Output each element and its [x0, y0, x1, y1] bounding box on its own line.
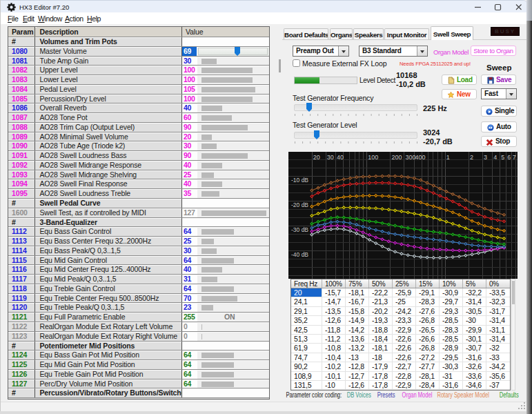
svg-text:300: 300 — [405, 154, 415, 161]
svg-text:20: 20 — [313, 154, 320, 161]
svg-text:-40 dB: -40 dB — [291, 251, 308, 258]
svg-text:400: 400 — [415, 154, 426, 161]
svg-text:40: 40 — [337, 154, 344, 161]
svg-text:1: 1 — [446, 154, 450, 161]
svg-text:5: 5 — [501, 154, 504, 161]
svg-text:4: 4 — [493, 154, 497, 161]
svg-text:3: 3 — [484, 154, 487, 161]
svg-text:200: 200 — [391, 154, 402, 161]
svg-text:7: 7 — [513, 154, 516, 161]
svg-text:-20 dB: -20 dB — [291, 201, 308, 208]
svg-text:100: 100 — [368, 154, 378, 161]
svg-text:-10 dB: -10 dB — [291, 177, 308, 184]
svg-text:30: 30 — [327, 154, 334, 161]
svg-text:-30 dB: -30 dB — [291, 226, 308, 233]
svg-text:2: 2 — [470, 154, 473, 161]
svg-text:6: 6 — [507, 154, 511, 161]
